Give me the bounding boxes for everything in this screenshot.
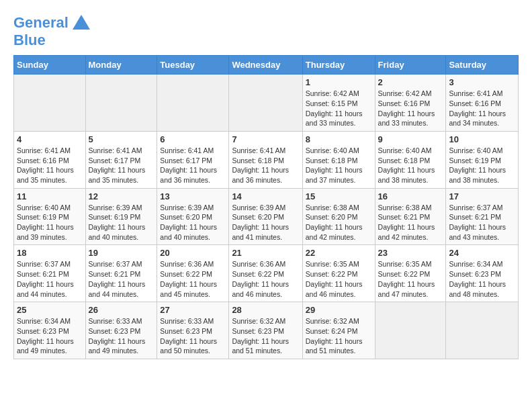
day-info: Sunrise: 6:40 AMSunset: 6:18 PMDaylight:… xyxy=(306,146,372,185)
calendar-week-3: 11Sunrise: 6:40 AMSunset: 6:19 PMDayligh… xyxy=(14,188,519,245)
day-header-wednesday: Wednesday xyxy=(229,56,302,75)
day-info: Sunrise: 6:36 AMSunset: 6:22 PMDaylight:… xyxy=(160,259,226,299)
day-info: Sunrise: 6:37 AMSunset: 6:21 PMDaylight:… xyxy=(17,259,83,299)
day-info: Sunrise: 6:39 AMSunset: 6:20 PMDaylight:… xyxy=(232,203,299,242)
calendar-cell: 20Sunrise: 6:36 AMSunset: 6:22 PMDayligh… xyxy=(157,245,229,302)
day-header-tuesday: Tuesday xyxy=(157,56,229,75)
day-number: 29 xyxy=(306,305,372,315)
logo: General Blue xyxy=(13,13,90,48)
calendar-header-row: SundayMondayTuesdayWednesdayThursdayFrid… xyxy=(14,56,519,75)
day-info: Sunrise: 6:39 AMSunset: 6:19 PMDaylight:… xyxy=(89,203,154,242)
calendar-week-1: 1Sunrise: 6:42 AMSunset: 6:15 PMDaylight… xyxy=(14,75,519,132)
day-number: 18 xyxy=(17,248,83,258)
calendar-cell: 29Sunrise: 6:32 AMSunset: 6:24 PMDayligh… xyxy=(302,302,375,359)
day-number: 14 xyxy=(232,191,299,201)
calendar-body: 1Sunrise: 6:42 AMSunset: 6:15 PMDaylight… xyxy=(14,75,519,359)
day-number: 25 xyxy=(17,305,83,315)
day-info: Sunrise: 6:41 AMSunset: 6:18 PMDaylight:… xyxy=(232,146,299,185)
day-info: Sunrise: 6:37 AMSunset: 6:21 PMDaylight:… xyxy=(449,203,515,242)
logo-icon xyxy=(73,15,90,30)
day-number: 9 xyxy=(378,134,443,144)
day-number: 10 xyxy=(449,134,515,144)
logo-subtext: Blue xyxy=(13,32,46,48)
day-number: 8 xyxy=(306,134,372,144)
day-info: Sunrise: 6:40 AMSunset: 6:19 PMDaylight:… xyxy=(449,146,515,185)
svg-marker-0 xyxy=(73,15,90,30)
day-info: Sunrise: 6:42 AMSunset: 6:16 PMDaylight:… xyxy=(378,89,443,128)
calendar-cell: 2Sunrise: 6:42 AMSunset: 6:16 PMDaylight… xyxy=(375,75,446,132)
day-info: Sunrise: 6:38 AMSunset: 6:21 PMDaylight:… xyxy=(378,203,443,242)
day-number: 5 xyxy=(89,134,154,144)
calendar-cell: 19Sunrise: 6:37 AMSunset: 6:21 PMDayligh… xyxy=(85,245,157,302)
day-info: Sunrise: 6:41 AMSunset: 6:17 PMDaylight:… xyxy=(160,146,226,185)
calendar-cell: 9Sunrise: 6:40 AMSunset: 6:18 PMDaylight… xyxy=(375,131,446,188)
day-number: 20 xyxy=(160,248,226,258)
day-info: Sunrise: 6:34 AMSunset: 6:23 PMDaylight:… xyxy=(17,316,83,356)
day-number: 19 xyxy=(89,248,154,258)
calendar-cell: 25Sunrise: 6:34 AMSunset: 6:23 PMDayligh… xyxy=(14,302,86,359)
day-header-thursday: Thursday xyxy=(302,56,375,75)
logo-text: General xyxy=(13,15,69,31)
calendar-cell: 5Sunrise: 6:41 AMSunset: 6:17 PMDaylight… xyxy=(85,131,157,188)
calendar-cell: 14Sunrise: 6:39 AMSunset: 6:20 PMDayligh… xyxy=(229,188,302,245)
day-info: Sunrise: 6:34 AMSunset: 6:23 PMDaylight:… xyxy=(449,259,515,299)
day-info: Sunrise: 6:35 AMSunset: 6:22 PMDaylight:… xyxy=(306,259,372,299)
calendar-cell: 8Sunrise: 6:40 AMSunset: 6:18 PMDaylight… xyxy=(302,131,375,188)
calendar-cell: 7Sunrise: 6:41 AMSunset: 6:18 PMDaylight… xyxy=(229,131,302,188)
calendar-cell: 24Sunrise: 6:34 AMSunset: 6:23 PMDayligh… xyxy=(446,245,519,302)
day-info: Sunrise: 6:40 AMSunset: 6:19 PMDaylight:… xyxy=(17,203,83,242)
day-info: Sunrise: 6:42 AMSunset: 6:15 PMDaylight:… xyxy=(306,89,372,128)
page-header: General Blue xyxy=(13,13,519,48)
day-number: 1 xyxy=(306,77,372,87)
day-info: Sunrise: 6:41 AMSunset: 6:16 PMDaylight:… xyxy=(449,89,515,128)
day-info: Sunrise: 6:37 AMSunset: 6:21 PMDaylight:… xyxy=(89,259,154,299)
calendar-cell xyxy=(229,75,302,132)
day-number: 3 xyxy=(449,77,515,87)
day-number: 24 xyxy=(449,248,515,258)
calendar-cell: 4Sunrise: 6:41 AMSunset: 6:16 PMDaylight… xyxy=(14,131,86,188)
calendar-cell xyxy=(85,75,157,132)
calendar-cell: 27Sunrise: 6:33 AMSunset: 6:23 PMDayligh… xyxy=(157,302,229,359)
day-number: 22 xyxy=(306,248,372,258)
calendar-week-2: 4Sunrise: 6:41 AMSunset: 6:16 PMDaylight… xyxy=(14,131,519,188)
day-info: Sunrise: 6:41 AMSunset: 6:16 PMDaylight:… xyxy=(17,146,83,185)
day-number: 28 xyxy=(232,305,299,315)
calendar-cell: 16Sunrise: 6:38 AMSunset: 6:21 PMDayligh… xyxy=(375,188,446,245)
day-header-sunday: Sunday xyxy=(14,56,86,75)
day-number: 13 xyxy=(160,191,226,201)
day-number: 21 xyxy=(232,248,299,258)
day-number: 6 xyxy=(160,134,226,144)
calendar-cell: 10Sunrise: 6:40 AMSunset: 6:19 PMDayligh… xyxy=(446,131,519,188)
calendar-cell xyxy=(446,302,519,359)
calendar-week-4: 18Sunrise: 6:37 AMSunset: 6:21 PMDayligh… xyxy=(14,245,519,302)
calendar-cell: 12Sunrise: 6:39 AMSunset: 6:19 PMDayligh… xyxy=(85,188,157,245)
calendar-cell: 11Sunrise: 6:40 AMSunset: 6:19 PMDayligh… xyxy=(14,188,86,245)
day-header-friday: Friday xyxy=(375,56,446,75)
calendar-table: SundayMondayTuesdayWednesdayThursdayFrid… xyxy=(13,55,519,359)
calendar-cell: 26Sunrise: 6:33 AMSunset: 6:23 PMDayligh… xyxy=(85,302,157,359)
calendar-cell: 17Sunrise: 6:37 AMSunset: 6:21 PMDayligh… xyxy=(446,188,519,245)
day-number: 2 xyxy=(378,77,443,87)
calendar-cell: 15Sunrise: 6:38 AMSunset: 6:20 PMDayligh… xyxy=(302,188,375,245)
day-number: 7 xyxy=(232,134,299,144)
calendar-cell: 22Sunrise: 6:35 AMSunset: 6:22 PMDayligh… xyxy=(302,245,375,302)
day-number: 11 xyxy=(17,191,83,201)
calendar-cell xyxy=(157,75,229,132)
calendar-cell: 21Sunrise: 6:36 AMSunset: 6:22 PMDayligh… xyxy=(229,245,302,302)
day-info: Sunrise: 6:33 AMSunset: 6:23 PMDaylight:… xyxy=(160,316,226,356)
day-info: Sunrise: 6:33 AMSunset: 6:23 PMDaylight:… xyxy=(89,316,154,356)
day-info: Sunrise: 6:32 AMSunset: 6:24 PMDaylight:… xyxy=(306,316,372,356)
day-info: Sunrise: 6:32 AMSunset: 6:23 PMDaylight:… xyxy=(232,316,299,356)
day-number: 23 xyxy=(378,248,443,258)
day-number: 12 xyxy=(89,191,154,201)
day-number: 16 xyxy=(378,191,443,201)
day-info: Sunrise: 6:39 AMSunset: 6:20 PMDaylight:… xyxy=(160,203,226,242)
day-number: 15 xyxy=(306,191,372,201)
day-info: Sunrise: 6:35 AMSunset: 6:22 PMDaylight:… xyxy=(378,259,443,299)
calendar-cell: 23Sunrise: 6:35 AMSunset: 6:22 PMDayligh… xyxy=(375,245,446,302)
day-number: 17 xyxy=(449,191,515,201)
day-info: Sunrise: 6:41 AMSunset: 6:17 PMDaylight:… xyxy=(89,146,154,185)
calendar-cell xyxy=(14,75,86,132)
day-info: Sunrise: 6:40 AMSunset: 6:18 PMDaylight:… xyxy=(378,146,443,185)
day-info: Sunrise: 6:36 AMSunset: 6:22 PMDaylight:… xyxy=(232,259,299,299)
